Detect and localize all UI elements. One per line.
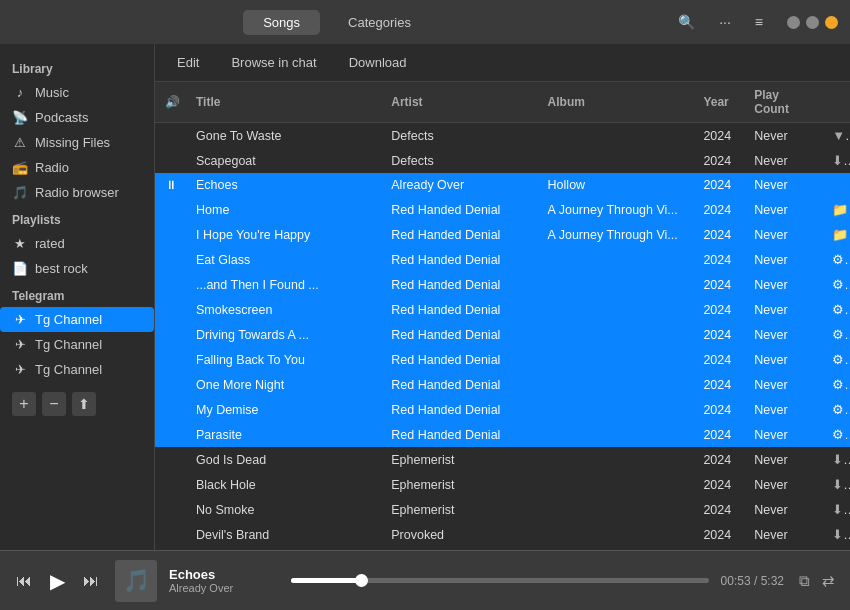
row-action[interactable]: ⚙: [824, 372, 850, 397]
row-title: ...and Then I Found ...: [188, 272, 383, 297]
table-row[interactable]: ⏸EchoesAlready OverHollow2024Never: [155, 173, 850, 197]
row-action[interactable]: ⬇: [824, 447, 850, 472]
row-action[interactable]: ⬇: [824, 497, 850, 522]
next-button[interactable]: ⏭: [79, 568, 103, 594]
table-row[interactable]: Driving Towards A ...Red Handed Denial20…: [155, 322, 850, 347]
upload-button[interactable]: ⬆: [72, 392, 96, 416]
col-year-header: Year: [695, 82, 746, 123]
row-action[interactable]: ⬇: [824, 522, 850, 547]
browse-chat-button[interactable]: Browse in chat: [225, 52, 322, 73]
play-button[interactable]: ▶: [46, 565, 69, 597]
tab-songs[interactable]: Songs: [243, 10, 320, 35]
table-row[interactable]: I Hope You're HappyRed Handed DenialA Jo…: [155, 222, 850, 247]
progress-bar[interactable]: [291, 578, 709, 583]
row-playcount: Never: [746, 472, 824, 497]
sidebar-item-tg1[interactable]: ✈ Tg Channel: [0, 307, 154, 332]
row-playcount: Never: [746, 247, 824, 272]
warning-icon: ⚠: [12, 135, 28, 150]
table-row[interactable]: SmokescreenRed Handed Denial2024Never⚙: [155, 297, 850, 322]
tab-categories[interactable]: Categories: [328, 10, 431, 35]
row-action[interactable]: ⬇: [824, 148, 850, 173]
table-row[interactable]: ParasiteRed Handed Denial2024Never⚙: [155, 422, 850, 447]
search-button[interactable]: 🔍: [670, 9, 703, 35]
row-action[interactable]: ⚙: [824, 247, 850, 272]
row-artist: Red Handed Denial: [383, 372, 539, 397]
row-action[interactable]: ▼: [824, 123, 850, 149]
sidebar-item-tg2[interactable]: ✈ Tg Channel: [0, 332, 154, 357]
table-row[interactable]: ScapegoatDefects2024Never⬇: [155, 148, 850, 173]
sidebar-item-rated-label: rated: [35, 236, 65, 251]
row-action[interactable]: ⚙: [824, 422, 850, 447]
row-album: [540, 372, 696, 397]
sidebar-item-radio[interactable]: 📻 Radio: [0, 155, 154, 180]
minimize-button[interactable]: [787, 16, 800, 29]
row-action[interactable]: ⚙: [824, 397, 850, 422]
row-title: One More Night: [188, 372, 383, 397]
row-title: Gone To Waste: [188, 123, 383, 149]
library-section-title: Library: [0, 54, 154, 80]
window-controls: [787, 16, 838, 29]
sidebar-item-missing[interactable]: ⚠ Missing Files: [0, 130, 154, 155]
now-playing-album: Already Over: [169, 582, 279, 594]
table-row[interactable]: Gone To WasteDefects2024Never▼: [155, 123, 850, 149]
table-row[interactable]: ...and Then I Found ...Red Handed Denial…: [155, 272, 850, 297]
row-action[interactable]: ⚙: [824, 347, 850, 372]
row-action[interactable]: [824, 173, 850, 197]
table-row[interactable]: Falling Back To YouRed Handed Denial2024…: [155, 347, 850, 372]
remove-button[interactable]: −: [42, 392, 66, 416]
row-action[interactable]: 📁: [824, 222, 850, 247]
table-row[interactable]: Black HoleEphemerist2024Never⬇: [155, 472, 850, 497]
sidebar-item-missing-label: Missing Files: [35, 135, 110, 150]
close-button[interactable]: [825, 16, 838, 29]
row-action-icon: ⚙: [832, 252, 850, 267]
table-row[interactable]: Eat GlassRed Handed Denial2024Never⚙: [155, 247, 850, 272]
edit-button[interactable]: Edit: [171, 52, 205, 73]
sidebar-item-rated[interactable]: ★ rated: [0, 231, 154, 256]
table-row[interactable]: My DemiseRed Handed Denial2024Never⚙: [155, 397, 850, 422]
table-row[interactable]: Devil's BrandProvoked2024Never⬇: [155, 522, 850, 547]
row-indicator: [155, 272, 188, 297]
shuffle-button[interactable]: ⇄: [819, 569, 838, 593]
download-button[interactable]: Download: [343, 52, 413, 73]
table-row[interactable]: God Is DeadEphemerist2024Never⬇: [155, 447, 850, 472]
row-playcount: Never: [746, 447, 824, 472]
playing-icon: ⏸: [165, 178, 177, 192]
telegram-icon-2: ✈: [12, 337, 28, 352]
row-action-icon: ⬇: [832, 502, 850, 517]
row-action[interactable]: 📁: [824, 197, 850, 222]
row-title: God Is Dead: [188, 447, 383, 472]
add-button[interactable]: +: [12, 392, 36, 416]
row-playcount: Never: [746, 522, 824, 547]
sidebar-item-music-label: Music: [35, 85, 69, 100]
table-row[interactable]: One More NightRed Handed Denial2024Never…: [155, 372, 850, 397]
row-action[interactable]: ⚙: [824, 272, 850, 297]
row-action-icon: ⬇: [832, 452, 850, 467]
menu-button[interactable]: ≡: [747, 9, 771, 35]
sidebar-item-podcasts[interactable]: 📡 Podcasts: [0, 105, 154, 130]
row-title: Driving Towards A ...: [188, 322, 383, 347]
sidebar-item-best-rock[interactable]: 📄 best rock: [0, 256, 154, 281]
track-table-container[interactable]: 🔊 Title Artist Album Year Play Count Gon…: [155, 82, 850, 550]
row-action-icon: ⚙: [832, 327, 850, 342]
maximize-button[interactable]: [806, 16, 819, 29]
row-artist: Ephemerist: [383, 497, 539, 522]
table-row[interactable]: HomeRed Handed DenialA Journey Through V…: [155, 197, 850, 222]
row-title: Scapegoat: [188, 148, 383, 173]
window-mode-button[interactable]: ⧉: [796, 569, 813, 593]
row-action[interactable]: ⚙: [824, 297, 850, 322]
sidebar-item-music[interactable]: ♪ Music: [0, 80, 154, 105]
prev-button[interactable]: ⏮: [12, 568, 36, 594]
row-action[interactable]: ⚙: [824, 322, 850, 347]
sidebar-item-radio-browser[interactable]: 🎵 Radio browser: [0, 180, 154, 205]
row-title: Home: [188, 197, 383, 222]
row-playcount: Never: [746, 372, 824, 397]
more-button[interactable]: ···: [711, 9, 739, 35]
row-title: I Hope You're Happy: [188, 222, 383, 247]
row-year: 2024: [695, 347, 746, 372]
row-indicator: [155, 222, 188, 247]
row-action[interactable]: ⬇: [824, 472, 850, 497]
table-row[interactable]: No SmokeEphemerist2024Never⬇: [155, 497, 850, 522]
row-year: 2024: [695, 123, 746, 149]
sidebar-item-tg3[interactable]: ✈ Tg Channel: [0, 357, 154, 382]
row-action-icon: ⚙: [832, 277, 850, 292]
